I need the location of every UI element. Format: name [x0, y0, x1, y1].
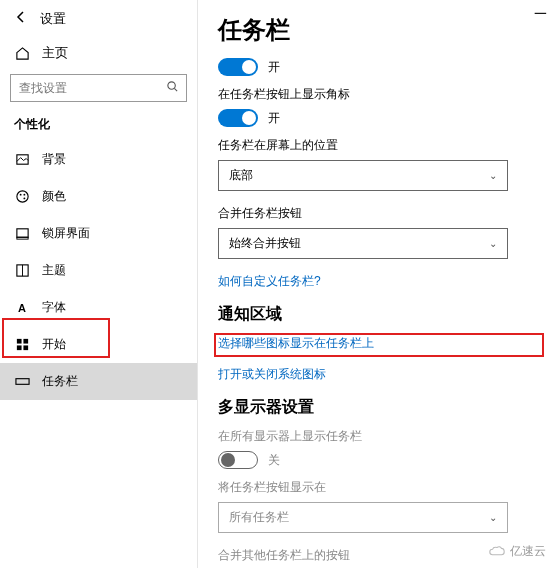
svg-rect-11 — [16, 339, 21, 344]
sidebar-item-start[interactable]: 开始 — [0, 326, 197, 363]
sidebar-item-taskbar[interactable]: 任务栏 — [0, 363, 197, 400]
theme-icon — [14, 263, 30, 279]
watermark: 亿速云 — [488, 543, 546, 560]
sidebar-item-label: 字体 — [42, 299, 66, 316]
show-buttons-label: 将任务栏按钮显示在 — [218, 479, 534, 496]
show-buttons-value: 所有任务栏 — [229, 509, 289, 526]
sidebar-item-label: 任务栏 — [42, 373, 78, 390]
svg-rect-15 — [15, 379, 28, 385]
sidebar-item-label: 颜色 — [42, 188, 66, 205]
sidebar-item-lockscreen[interactable]: 锁屏界面 — [0, 215, 197, 252]
taskbar-icon — [14, 374, 30, 390]
combine-value: 始终合并按钮 — [229, 235, 301, 252]
notify-link-2[interactable]: 打开或关闭系统图标 — [218, 366, 534, 383]
position-value: 底部 — [229, 167, 253, 184]
toggle-badge[interactable] — [218, 109, 258, 127]
notify-section-title: 通知区域 — [218, 304, 534, 325]
combine-other-label: 合并其他任务栏上的按钮 — [218, 547, 534, 564]
show-buttons-dropdown: 所有任务栏 ⌄ — [218, 502, 508, 533]
svg-rect-13 — [16, 345, 21, 350]
back-button[interactable] — [14, 10, 28, 28]
svg-rect-14 — [23, 345, 28, 350]
settings-title: 设置 — [40, 10, 66, 28]
page-title: 任务栏 — [218, 14, 534, 46]
sidebar-item-label: 锁屏界面 — [42, 225, 90, 242]
notify-link-1[interactable]: 选择哪些图标显示在任务栏上 — [218, 335, 534, 352]
combine-dropdown[interactable]: 始终合并按钮 ⌄ — [218, 228, 508, 259]
multidisplay-section-title: 多显示器设置 — [218, 397, 534, 418]
palette-icon — [14, 189, 30, 205]
chevron-down-icon: ⌄ — [489, 512, 497, 523]
sidebar-item-label: 主题 — [42, 262, 66, 279]
svg-point-0 — [168, 82, 175, 89]
start-icon — [14, 337, 30, 353]
toggle-badge-label: 开 — [268, 110, 280, 127]
svg-point-3 — [16, 191, 27, 202]
svg-rect-12 — [23, 339, 28, 344]
svg-rect-7 — [16, 229, 27, 237]
svg-point-4 — [19, 194, 21, 196]
position-label: 任务栏在屏幕上的位置 — [218, 137, 534, 154]
toggle-multidisplay[interactable] — [218, 451, 258, 469]
svg-point-6 — [23, 197, 25, 199]
sidebar-item-label: 开始 — [42, 336, 66, 353]
combine-label: 合并任务栏按钮 — [218, 205, 534, 222]
sidebar-item-background[interactable]: 背景 — [0, 141, 197, 178]
toggle-multidisplay-label: 关 — [268, 452, 280, 469]
section-label: 个性化 — [0, 112, 197, 141]
chevron-down-icon: ⌄ — [489, 170, 497, 181]
home-button[interactable]: 主页 — [0, 36, 197, 70]
image-icon — [14, 152, 30, 168]
customize-link[interactable]: 如何自定义任务栏? — [218, 273, 534, 290]
sidebar-item-colors[interactable]: 颜色 — [0, 178, 197, 215]
toggle-1[interactable] — [218, 58, 258, 76]
badge-label: 在任务栏按钮上显示角标 — [218, 86, 534, 103]
chevron-down-icon: ⌄ — [489, 238, 497, 249]
search-input[interactable] — [10, 74, 187, 102]
sidebar-item-themes[interactable]: 主题 — [0, 252, 197, 289]
home-label: 主页 — [42, 44, 68, 62]
minimize-button[interactable]: ─ — [535, 4, 546, 22]
sidebar-item-label: 背景 — [42, 151, 66, 168]
sidebar-item-fonts[interactable]: A 字体 — [0, 289, 197, 326]
font-icon: A — [14, 300, 30, 316]
lock-icon — [14, 226, 30, 242]
multidisplay-label: 在所有显示器上显示任务栏 — [218, 428, 534, 445]
toggle-1-label: 开 — [268, 59, 280, 76]
svg-line-1 — [174, 88, 177, 91]
svg-rect-8 — [16, 237, 27, 239]
position-dropdown[interactable]: 底部 ⌄ — [218, 160, 508, 191]
home-icon — [14, 45, 30, 61]
search-icon — [166, 79, 179, 97]
svg-point-5 — [23, 194, 25, 196]
